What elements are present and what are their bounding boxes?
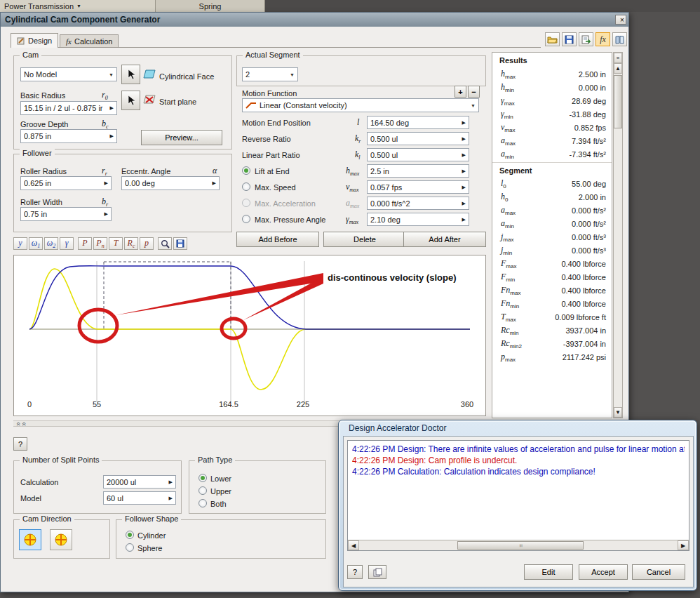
scroll-track[interactable] — [614, 74, 622, 407]
open-button[interactable] — [545, 32, 560, 46]
flyout-arrow-icon[interactable]: ▶ — [462, 120, 466, 126]
motion-function-select[interactable]: Linear (Constant velocity) ▼ — [242, 98, 479, 112]
flyout-arrow-icon[interactable]: ▶ — [462, 201, 466, 206]
path-upper-radio[interactable] — [198, 486, 207, 495]
tab-calculation[interactable]: fx Calculation — [60, 34, 119, 48]
scroll-thumb[interactable] — [614, 75, 622, 128]
fx-toggle-button[interactable]: fx — [595, 32, 610, 46]
cam-graph[interactable]: dis-continous velocity (slope) 0 55 164.… — [13, 255, 486, 416]
result-row: amin0.000 ft/s² — [492, 217, 612, 230]
flyout-arrow-icon[interactable]: ▶ — [105, 211, 108, 217]
export-button[interactable] — [579, 32, 593, 46]
lift-at-end-field[interactable]: 2.5 in ▶ — [367, 164, 469, 178]
motion-end-position-label: Motion End Position — [242, 118, 311, 128]
segment-number-select[interactable]: 2 ▼ — [242, 67, 298, 81]
path-both-radio[interactable] — [198, 499, 207, 507]
calculation-split-field[interactable]: 20000 ul ▶ — [103, 475, 176, 489]
toggle-acceleration-curve-button[interactable]: ω2 — [44, 237, 58, 250]
scroll-thumb[interactable]: ≡ — [457, 541, 584, 550]
motion-end-position-field[interactable]: 164.50 deg ▶ — [367, 116, 469, 129]
toggle-position-curve-button[interactable]: y — [13, 237, 27, 250]
flyout-arrow-icon[interactable]: ▶ — [462, 136, 466, 142]
max-pressure-angle-radio[interactable] — [242, 215, 250, 223]
follower-group-label: Follower — [20, 149, 55, 157]
ribbon-tab-spring[interactable]: Spring — [156, 0, 265, 12]
add-before-button[interactable]: Add Before — [236, 232, 319, 247]
cancel-button[interactable]: Cancel — [632, 564, 685, 580]
model-split-field[interactable]: 60 ul ▶ — [103, 491, 176, 505]
eccentr-angle-field[interactable]: 0.00 deg ▶ — [121, 176, 220, 190]
scroll-right-icon[interactable]: ▶ — [678, 540, 689, 550]
shape-sphere-radio[interactable] — [126, 543, 134, 552]
scroll-up-icon[interactable]: ▲ — [614, 63, 622, 74]
flyout-arrow-icon[interactable]: ▶ — [462, 168, 466, 174]
annotation-text: dis-continous velocity (slope) — [328, 272, 456, 283]
select-start-plane-button[interactable] — [121, 91, 140, 110]
toggle-velocity-curve-button[interactable]: ω1 — [29, 237, 43, 250]
cam-model-select[interactable]: No Model ▼ — [20, 67, 117, 81]
flyout-arrow-icon[interactable]: ▶ — [462, 185, 466, 190]
preview-button[interactable]: Preview... — [141, 130, 222, 145]
select-cylindrical-face-button[interactable] — [121, 65, 140, 84]
shape-sphere-label: Sphere — [137, 543, 162, 553]
groove-depth-field[interactable]: 0.875 in ▶ — [20, 129, 117, 143]
path-lower-radio[interactable] — [198, 474, 207, 482]
help-button[interactable]: ? — [13, 437, 27, 451]
doctor-message-list[interactable]: 4:22:26 PM Design: There are infinite va… — [347, 440, 689, 551]
reverse-ratio-field[interactable]: 0.500 ul ▶ — [367, 132, 469, 145]
toggle-pressure-curve-button[interactable]: p — [140, 237, 154, 250]
delete-button[interactable]: Delete — [323, 232, 406, 247]
roller-width-field[interactable]: 0.75 in ▶ — [20, 207, 112, 221]
max-speed-field[interactable]: 0.057 fps ▶ — [367, 180, 469, 194]
add-after-button[interactable]: Add After — [403, 232, 486, 247]
max-acceleration-field[interactable]: 0.000 ft/s^2 ▶ — [367, 197, 469, 210]
save-graph-button[interactable] — [173, 237, 187, 250]
doctor-message: 4:22:26 PM Design: There are infinite va… — [352, 444, 685, 455]
lift-at-end-radio[interactable] — [242, 166, 250, 175]
remove-segment-button[interactable]: − — [468, 86, 480, 98]
accept-button[interactable]: Accept — [579, 564, 628, 580]
tab-design[interactable]: Design — [11, 33, 58, 48]
doctor-hscrollbar[interactable]: ◀ ≡ ▶ — [348, 540, 689, 550]
motion-linear-icon — [245, 101, 257, 109]
dialog-titlebar[interactable]: Cylindrical Cam Component Generator — [1, 13, 628, 27]
zoom-graph-button[interactable] — [158, 237, 172, 250]
flyout-arrow-icon[interactable]: ▶ — [110, 105, 114, 111]
annotation-circle-2 — [222, 319, 245, 338]
handbook-button[interactable] — [612, 32, 627, 46]
toggle-pressure-angle-curve-button[interactable]: γ — [60, 237, 74, 250]
linear-part-ratio-field[interactable]: 0.500 ul ▶ — [367, 148, 469, 161]
scroll-left-icon[interactable]: ◀ — [348, 540, 359, 550]
toggle-force-curve-button[interactable]: P — [78, 237, 92, 250]
cylindrical-face-label: Cylindrical Face — [159, 72, 214, 81]
save-button[interactable] — [562, 32, 577, 46]
max-pressure-angle-field[interactable]: 2.10 deg ▶ — [367, 213, 469, 226]
flyout-arrow-icon[interactable]: ▶ — [462, 152, 466, 158]
cam-direction-left-button[interactable] — [50, 529, 72, 550]
basic-radius-field[interactable]: 15.15 in / 2 ul - 0.875 ir ▶ — [20, 101, 117, 115]
ribbon-menu-power-transmission[interactable]: Power Transmission ▼ — [0, 0, 156, 12]
flyout-arrow-icon[interactable]: ▶ — [110, 133, 114, 139]
toggle-curvature-radius-curve-button[interactable]: Rc — [124, 237, 138, 250]
flyout-arrow-icon[interactable]: ▶ — [169, 479, 173, 485]
roller-radius-field[interactable]: 0.625 in ▶ — [20, 176, 112, 190]
cam-direction-right-button[interactable] — [19, 529, 41, 550]
toggle-normal-force-curve-button[interactable]: Pn — [93, 237, 107, 250]
flyout-arrow-icon[interactable]: ▶ — [169, 496, 173, 501]
reverse-ratio-label: Reverse Ratio — [242, 134, 291, 144]
add-segment-button[interactable]: + — [455, 86, 466, 98]
results-scrollbar[interactable]: « ▲ ▼ — [613, 52, 623, 418]
collapse-results-icon[interactable]: « — [614, 53, 622, 63]
max-speed-radio[interactable] — [242, 182, 250, 191]
close-icon[interactable]: × — [615, 15, 626, 25]
scroll-down-icon[interactable]: ▼ — [614, 407, 622, 418]
flyout-arrow-icon[interactable]: ▶ — [462, 217, 466, 222]
edit-button[interactable]: Edit — [524, 564, 573, 580]
copy-messages-button[interactable] — [368, 565, 386, 579]
doctor-help-button[interactable]: ? — [347, 565, 363, 579]
shape-cylinder-radio[interactable] — [126, 531, 134, 539]
follower-shape-group-label: Follower Shape — [122, 514, 181, 523]
flyout-arrow-icon[interactable]: ▶ — [105, 180, 108, 186]
flyout-arrow-icon[interactable]: ▶ — [213, 180, 216, 186]
toggle-torque-curve-button[interactable]: T — [109, 237, 123, 250]
